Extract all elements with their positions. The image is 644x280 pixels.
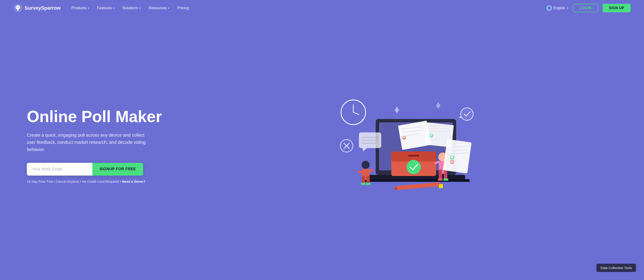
svg-rect-40 — [357, 170, 362, 174]
email-input[interactable] — [27, 163, 92, 176]
svg-text:✦: ✦ — [361, 118, 364, 122]
hero-section: Online Poll Maker Create a quick, engagi… — [0, 16, 644, 280]
signup-cta-button[interactable]: SIGNUP FOR FREE — [92, 163, 143, 176]
logo-icon — [14, 4, 22, 12]
nav-pricing[interactable]: Pricing — [177, 6, 189, 10]
svg-rect-44 — [439, 169, 442, 179]
nav-links: Products ▾ Features ▾ Solutions ▾ Resour… — [71, 6, 547, 10]
svg-rect-46 — [438, 178, 443, 181]
chevron-down-icon: ▾ — [168, 7, 169, 10]
svg-point-16 — [406, 160, 421, 174]
svg-marker-65 — [395, 107, 399, 114]
svg-line-5 — [353, 112, 359, 114]
signup-button[interactable]: SIGN UP — [603, 4, 630, 12]
language-label: English — [554, 6, 565, 10]
nav-right: 🌐 English ▾ LOGIN SIGN UP — [547, 4, 630, 12]
svg-rect-12 — [362, 179, 470, 182]
fine-print: 14-Day Free Trial • Cancel Anytime • No … — [27, 180, 166, 184]
svg-rect-47 — [444, 178, 448, 181]
logo-text: SurveySparrow — [24, 5, 60, 11]
login-button[interactable]: LOGIN — [573, 4, 598, 12]
svg-rect-39 — [366, 183, 370, 185]
svg-point-34 — [362, 161, 370, 169]
svg-marker-33 — [362, 148, 367, 152]
navbar: SurveySparrow Products ▾ Features ▾ Solu… — [0, 0, 644, 16]
svg-rect-59 — [396, 182, 441, 190]
hero-subtitle: Create a quick, engaging poll across any… — [27, 132, 148, 153]
chevron-down-icon: ▾ — [88, 7, 89, 10]
svg-point-2 — [18, 7, 19, 8]
need-demo-link[interactable]: Need a Demo? — [122, 180, 145, 184]
chevron-down-icon: ▾ — [113, 7, 114, 10]
nav-features[interactable]: Features ▾ — [97, 6, 114, 10]
svg-marker-66 — [436, 102, 440, 109]
signup-form: SIGNUP FOR FREE — [27, 163, 143, 176]
globe-icon: 🌐 — [547, 6, 552, 10]
nav-solutions[interactable]: Solutions ▾ — [122, 6, 141, 10]
svg-rect-38 — [361, 183, 366, 185]
logo-link[interactable]: SurveySparrow — [14, 4, 60, 12]
svg-rect-45 — [444, 169, 447, 179]
nav-resources[interactable]: Resources ▾ — [149, 6, 169, 10]
svg-rect-15 — [408, 155, 419, 156]
svg-point-1 — [16, 7, 18, 8]
svg-rect-61 — [439, 184, 443, 188]
svg-point-64 — [461, 108, 473, 120]
poll-illustration: ✦ ✦ — [320, 88, 476, 204]
language-selector[interactable]: 🌐 English ▾ — [547, 6, 568, 10]
svg-rect-50 — [443, 139, 472, 174]
svg-rect-37 — [366, 176, 370, 184]
nav-products[interactable]: Products ▾ — [71, 6, 89, 10]
data-collection-tools-badge: Data Collection Tools — [596, 264, 636, 272]
chevron-down-icon: ▾ — [567, 7, 568, 10]
svg-rect-41 — [368, 169, 374, 172]
chevron-down-icon: ▾ — [139, 7, 141, 10]
hero-title: Online Poll Maker — [27, 108, 166, 125]
hero-content: Online Poll Maker Create a quick, engagi… — [27, 108, 166, 184]
hero-illustration: ✦ ✦ — [166, 88, 630, 204]
svg-rect-36 — [362, 176, 365, 184]
